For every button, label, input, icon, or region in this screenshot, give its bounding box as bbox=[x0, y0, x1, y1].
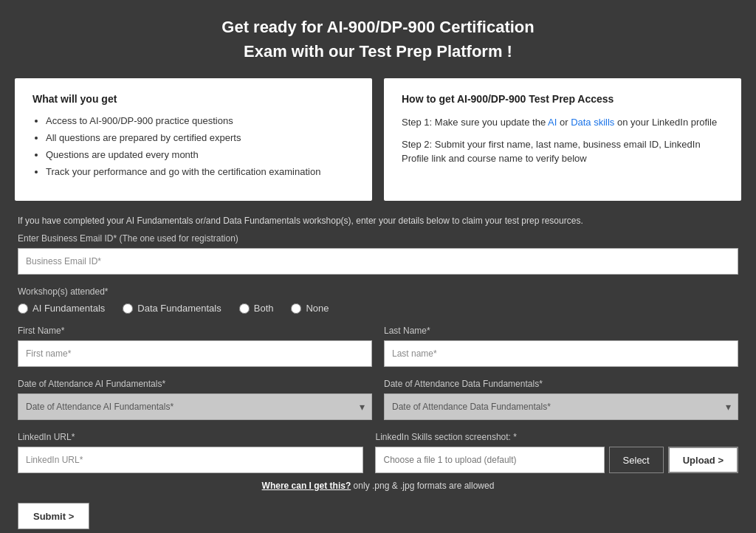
title-line2: Exam with our Test Prep Platform ! bbox=[244, 42, 512, 61]
date-data-label: Date of Attendance Data Fundamentals* bbox=[384, 379, 738, 389]
card-right-heading: How to get AI-900/DP-900 Test Prep Acces… bbox=[402, 93, 724, 105]
radio-data-fundamentals[interactable]: Data Fundamentals bbox=[123, 303, 221, 314]
upload-file-display bbox=[375, 447, 604, 473]
card-left: What will you get Access to AI-900/DP-90… bbox=[15, 78, 372, 201]
where-link-row: Where can I get this? only .png & .jpg f… bbox=[18, 481, 738, 491]
date-data-select[interactable]: Date of Attendance Data Fundamentals* bbox=[384, 393, 738, 420]
bullet-3: Questions are updated every month bbox=[46, 149, 354, 160]
step2: Step 2: Submit your first name, last nam… bbox=[402, 137, 724, 166]
card-left-bullets: Access to AI-900/DP-900 practice questio… bbox=[32, 115, 354, 177]
date-ai-wrapper: Date of Attendance AI Fundamentals* bbox=[18, 393, 372, 420]
bottom-row: LinkedIn URL* LinkedIn Skills section sc… bbox=[18, 432, 738, 473]
first-name-col: First Name* bbox=[18, 326, 372, 379]
step1-ai-link[interactable]: AI bbox=[548, 117, 557, 128]
date-data-wrapper: Date of Attendance Data Fundamentals* bbox=[384, 393, 738, 420]
date-row: Date of Attendance AI Fundamentals* Date… bbox=[18, 379, 738, 432]
date-ai-label: Date of Attendance AI Fundamentals* bbox=[18, 379, 372, 389]
title-line1: Get ready for AI-900/DP-900 Certificatio… bbox=[221, 18, 534, 36]
linkedin-label: LinkedIn URL* bbox=[18, 432, 363, 442]
info-text: If you have completed your AI Fundamenta… bbox=[18, 216, 738, 226]
upload-row: Select Upload > bbox=[375, 447, 738, 473]
card-right: How to get AI-900/DP-900 Test Prep Acces… bbox=[384, 78, 741, 201]
submit-button[interactable]: Submit > bbox=[18, 503, 89, 529]
card-left-heading: What will you get bbox=[32, 93, 354, 105]
step1-data-link[interactable]: Data skills bbox=[571, 117, 614, 128]
radio-none-input[interactable] bbox=[291, 303, 301, 314]
first-name-input[interactable] bbox=[18, 340, 372, 367]
step1: Step 1: Make sure you update the AI or D… bbox=[402, 115, 724, 130]
date-ai-select[interactable]: Date of Attendance AI Fundamentals* bbox=[18, 393, 372, 420]
date-ai-col: Date of Attendance AI Fundamentals* Date… bbox=[18, 379, 372, 432]
radio-ai-fundamentals[interactable]: AI Fundamentals bbox=[18, 303, 105, 314]
linkedin-input[interactable] bbox=[18, 447, 363, 473]
upload-button[interactable]: Upload > bbox=[668, 447, 738, 473]
upload-col: LinkedIn Skills section screenshot: * Se… bbox=[375, 432, 738, 473]
select-button[interactable]: Select bbox=[609, 447, 664, 473]
date-data-col: Date of Attendance Data Fundamentals* Da… bbox=[384, 379, 738, 432]
last-name-input[interactable] bbox=[384, 340, 738, 367]
page-wrapper: Get ready for AI-900/DP-900 Certificatio… bbox=[0, 0, 756, 533]
bullet-2: All questions are prepared by certified … bbox=[46, 132, 354, 143]
email-input[interactable] bbox=[18, 248, 738, 275]
last-name-col: Last Name* bbox=[384, 326, 738, 379]
bullet-4: Track your performance and go with the c… bbox=[46, 166, 354, 177]
email-label: Enter Business Email ID* (The one used f… bbox=[18, 233, 738, 244]
form-section: If you have completed your AI Fundamenta… bbox=[15, 216, 741, 529]
radio-data-input[interactable] bbox=[123, 303, 133, 314]
bullet-1: Access to AI-900/DP-900 practice questio… bbox=[46, 115, 354, 126]
workshops-label: Workshop(s) attended* bbox=[18, 286, 738, 297]
name-row: First Name* Last Name* bbox=[18, 326, 738, 379]
radio-group: AI Fundamentals Data Fundamentals Both N… bbox=[18, 303, 738, 314]
main-title: Get ready for AI-900/DP-900 Certificatio… bbox=[15, 15, 741, 63]
last-name-label: Last Name* bbox=[384, 326, 738, 336]
where-link[interactable]: Where can I get this? bbox=[262, 481, 351, 491]
upload-label: LinkedIn Skills section screenshot: * bbox=[375, 432, 738, 442]
linkedin-col: LinkedIn URL* bbox=[18, 432, 363, 473]
radio-none[interactable]: None bbox=[291, 303, 329, 314]
radio-both[interactable]: Both bbox=[239, 303, 274, 314]
radio-ai-input[interactable] bbox=[18, 303, 28, 314]
radio-both-input[interactable] bbox=[239, 303, 250, 314]
cards-row: What will you get Access to AI-900/DP-90… bbox=[15, 78, 741, 201]
first-name-label: First Name* bbox=[18, 326, 372, 336]
